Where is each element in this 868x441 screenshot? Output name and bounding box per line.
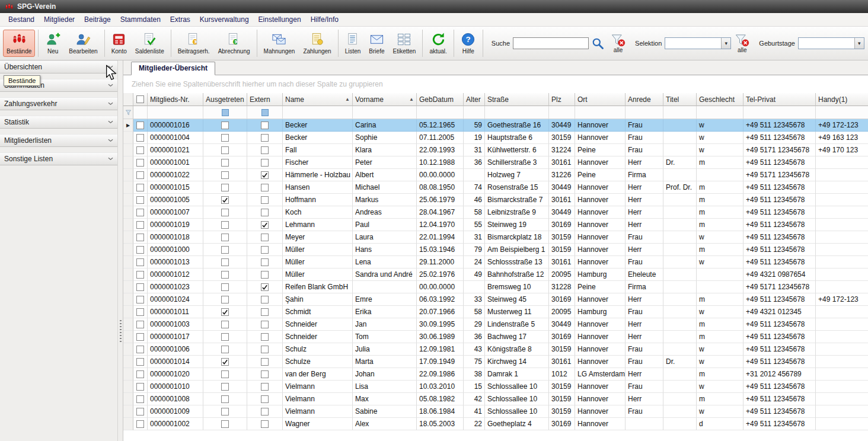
cell-select[interactable] [133, 156, 148, 169]
checkbox[interactable] [221, 271, 229, 279]
filter-cell-plz[interactable] [549, 106, 575, 119]
cell-vorname[interactable]: Klara [353, 144, 417, 156]
cell-geschlecht[interactable]: w [697, 356, 743, 368]
filter-cell-vorname[interactable] [353, 106, 417, 119]
cell-tel[interactable]: +49 511 12345678 [743, 331, 816, 343]
cell-select[interactable] [133, 231, 148, 244]
column-header-alter[interactable]: Alter [464, 93, 485, 106]
cell-ausgetreten[interactable] [203, 219, 247, 231]
cell-extern[interactable] [247, 206, 283, 219]
menu-item-mitglieder[interactable]: Mitglieder [39, 14, 79, 25]
cell-name[interactable]: Schneider [283, 318, 353, 331]
cell-indicator[interactable] [123, 206, 133, 219]
cell-anrede[interactable]: Herr [626, 331, 663, 343]
cell-name[interactable]: Schmidt [283, 306, 353, 318]
cell-indicator[interactable] [123, 256, 133, 269]
cell-gebdatum[interactable]: 07.11.2005 [417, 132, 464, 144]
column-header-indicator[interactable] [123, 93, 133, 106]
column-header-handy[interactable]: Handy(1) [816, 93, 868, 106]
checkbox[interactable] [221, 171, 229, 179]
cell-ausgetreten[interactable] [203, 381, 247, 393]
cell-plz[interactable]: 30449 [549, 119, 575, 132]
table-row[interactable]: 0000001008VielmannMax05.08.198242Schloss… [123, 393, 868, 405]
cell-anrede[interactable]: Frau [626, 231, 663, 244]
cell-handy[interactable] [816, 318, 868, 331]
cell-tel[interactable]: +49 511 12345678 [743, 405, 816, 418]
cell-handy[interactable] [816, 181, 868, 194]
cell-anrede[interactable]: Herr [626, 156, 663, 169]
checkbox[interactable] [221, 134, 229, 142]
cell-extern[interactable] [247, 144, 283, 156]
cell-titel[interactable]: Dr. [663, 356, 697, 368]
cell-alter[interactable]: 36 [464, 156, 485, 169]
table-row[interactable]: 0000001024ŞahinEmre06.03.199233Steinweg … [123, 293, 868, 306]
cell-ausgetreten[interactable] [203, 132, 247, 144]
cell-vorname[interactable]: Carina [353, 119, 417, 132]
cell-indicator[interactable] [123, 281, 133, 293]
cell-anrede[interactable]: Frau [626, 343, 663, 356]
cell-vorname[interactable]: Sandra und André [353, 269, 417, 281]
cell-handy[interactable] [816, 331, 868, 343]
cell-extern[interactable] [247, 181, 283, 194]
cell-nr[interactable]: 0000001014 [148, 356, 203, 368]
checkbox[interactable] [261, 383, 269, 391]
cell-gebdatum[interactable]: 25.06.1979 [417, 194, 464, 206]
cell-nr[interactable]: 0000001008 [148, 393, 203, 405]
cell-plz[interactable]: 30159 [549, 405, 575, 418]
cell-indicator[interactable] [123, 269, 133, 281]
search-input[interactable] [513, 37, 589, 49]
cell-select[interactable] [133, 281, 148, 293]
cell-anrede[interactable]: Frau [626, 132, 663, 144]
filter-cell-nr[interactable] [148, 106, 203, 119]
cell-ausgetreten[interactable] [203, 144, 247, 156]
cell-plz[interactable]: 30159 [549, 231, 575, 244]
cell-titel[interactable] [663, 132, 697, 144]
cell-gebdatum[interactable]: 18.05.2003 [417, 418, 464, 430]
cell-alter[interactable] [464, 281, 485, 293]
cell-anrede[interactable]: Firma [626, 169, 663, 181]
cell-handy[interactable] [816, 231, 868, 244]
checkbox[interactable] [221, 234, 229, 241]
cell-geschlecht[interactable]: w [697, 343, 743, 356]
cell-alter[interactable]: 29 [464, 318, 485, 331]
table-row[interactable]: 0000001007KochAndreas28.04.196758Leibniz… [123, 206, 868, 219]
cell-indicator[interactable] [123, 381, 133, 393]
table-row[interactable]: 0000001011SchmidtErika20.07.196658Muster… [123, 306, 868, 318]
cell-vorname[interactable]: Sabine [353, 405, 417, 418]
cell-anrede[interactable]: Herr [626, 181, 663, 194]
cell-alter[interactable] [464, 169, 485, 181]
sidebar-section-zahlungsverkehr[interactable]: Zahlungsverkehr [0, 97, 117, 110]
cell-ort[interactable]: Hannover [575, 156, 626, 169]
column-header-extern[interactable]: Extern [247, 93, 283, 106]
checkbox[interactable] [221, 308, 229, 316]
cell-strasse[interactable]: Steinweg 19 [485, 219, 549, 231]
checkbox[interactable] [136, 283, 144, 291]
toolbar-button-bearbeiten[interactable]: Bearbeiten [65, 30, 101, 57]
cell-name[interactable]: Müller [283, 244, 353, 256]
cell-strasse[interactable]: Kühlwetterstr. 6 [485, 144, 549, 156]
cell-name[interactable]: van der Berg [283, 368, 353, 381]
cell-gebdatum[interactable]: 20.07.1966 [417, 306, 464, 318]
cell-select[interactable] [133, 206, 148, 219]
checkbox[interactable] [261, 296, 269, 303]
cell-strasse[interactable]: Schlossallee 10 [485, 393, 549, 405]
cell-titel[interactable] [663, 256, 697, 269]
checkbox[interactable] [136, 321, 144, 328]
cell-indicator[interactable] [123, 194, 133, 206]
checkbox[interactable] [136, 333, 144, 341]
menu-item-bestand[interactable]: Bestand [4, 14, 39, 25]
cell-tel[interactable]: +49 511 12345678 [743, 219, 816, 231]
cell-tel[interactable]: +49 511 12345678 [743, 356, 816, 368]
cell-geschlecht[interactable]: m [697, 393, 743, 405]
checkbox[interactable] [136, 370, 144, 378]
cell-geschlecht[interactable]: m [697, 219, 743, 231]
cell-nr[interactable]: 0000001011 [148, 306, 203, 318]
cell-anrede[interactable]: Herr [626, 194, 663, 206]
cell-handy[interactable]: +49 172-123 [816, 119, 868, 132]
cell-geschlecht[interactable]: m [697, 156, 743, 169]
cell-ort[interactable]: Hannover [575, 405, 626, 418]
cell-extern[interactable] [247, 194, 283, 206]
cell-alter[interactable]: 24 [464, 256, 485, 269]
cell-tel[interactable]: +49 5171 12345678 [743, 144, 816, 156]
cell-ort[interactable]: Hannover [575, 318, 626, 331]
